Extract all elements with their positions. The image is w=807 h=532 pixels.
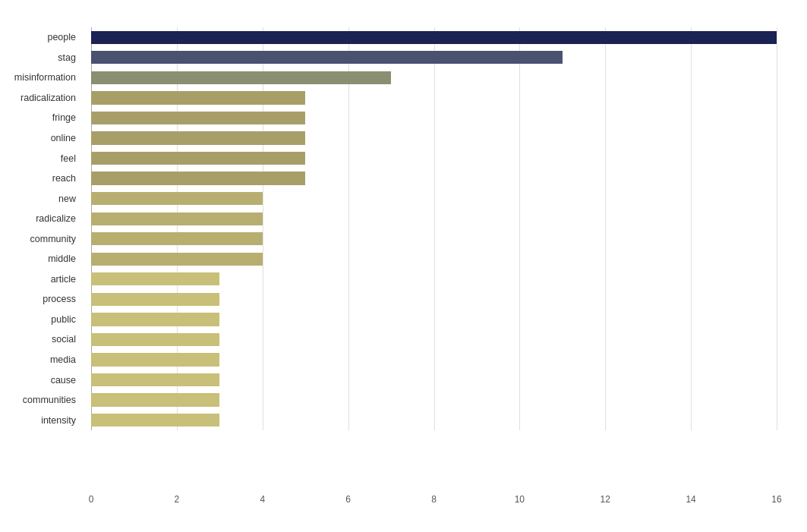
bar-label: radicalize [0,213,84,224]
bar-row: online [91,128,777,149]
bar-row: media [91,350,777,370]
bar-label: media [0,354,84,365]
bar-label: public [0,314,84,325]
bar-label: new [0,194,84,204]
bar-label: radicalization [0,93,84,103]
bar-label: misinformation [0,72,84,83]
bar-row: people [91,27,777,48]
bar-label: middle [0,253,84,264]
bar-label: cause [0,375,84,386]
bar-row: feel [91,148,777,168]
bar [91,333,219,346]
bar-label: article [0,274,84,285]
bar-label: communities [0,395,84,405]
bar [91,414,219,427]
bar-label: social [0,334,84,345]
bar-label: community [0,234,84,244]
bar [91,212,263,225]
bar-row: process [91,289,777,310]
bars-list: peoplestagmisinformationradicalizationfr… [91,27,777,430]
bar-label: intensity [0,415,84,426]
bar-row: public [91,310,777,330]
bar [91,91,305,104]
bar [91,253,263,266]
bar-label: reach [0,173,84,184]
bar [91,232,263,245]
bar-row: fringe [91,108,777,128]
bar-row: new [91,188,777,209]
bar-row: middle [91,249,777,269]
bars-area: peoplestagmisinformationradicalizationfr… [91,27,777,430]
bar [91,313,219,326]
bar [91,71,391,84]
bar [91,112,305,124]
bar-row: reach [91,168,777,189]
bar-row: article [91,269,777,290]
bar-row: intensity [91,410,777,430]
bar-row: stag [91,48,777,68]
bar-row: radicalization [91,88,777,109]
bar [91,353,219,366]
x-axis: 0246810121416 [91,494,777,509]
bar-row: radicalize [91,209,777,229]
bar-label: feel [0,153,84,164]
bar [91,393,219,406]
bar-row: misinformation [91,68,777,88]
bar [91,293,219,306]
bar-row: social [91,329,777,350]
bar-label: online [0,133,84,143]
bar [91,172,305,184]
chart-container: peoplestagmisinformationradicalizationfr… [0,0,807,532]
bar-row: cause [91,370,777,390]
bar-label: process [0,294,84,304]
bar-label: people [0,32,84,42]
bar [91,152,305,165]
bar-row: communities [91,390,777,411]
bar [91,373,219,386]
bar [91,131,305,144]
bar [91,51,563,64]
bar [91,272,219,285]
bar-label: stag [0,52,84,63]
bar-label: fringe [0,112,84,123]
bar [91,31,777,44]
bar [91,192,263,205]
bar-row: community [91,228,777,249]
